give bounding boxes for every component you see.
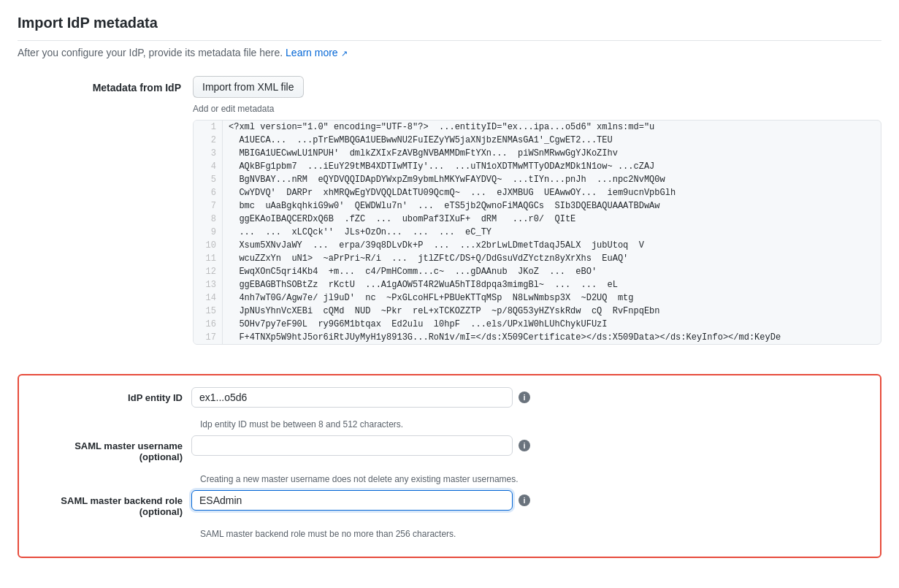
xml-line: 17 F+4TNXp5W9htJ5or6iRtJUyMyH1y8913G...R… (194, 331, 881, 344)
line-content: BgNVBAY...nRM eQYDVQQIDApDYWxpZm9ybmLhMK… (223, 173, 881, 186)
line-content: JpNUsYhnVcXEBi cQMd NUD ~Pkr reL+xTCKOZZ… (223, 305, 881, 318)
line-content: Xsum5XNvJaWY ... erpa/39q8DLvDk+P ... ..… (223, 239, 881, 252)
line-content: A1UECA... ...pTrEwMBQGA1UEBwwNU2FuIEZyYW… (223, 134, 881, 147)
xml-line: 13 ggEBAGBThSOBtZz rKctU ...A1gAOW5T4R2W… (194, 278, 881, 291)
idp-entity-id-input-group: i (191, 387, 868, 408)
saml-backend-role-label: SAML master backend role (optional) (31, 490, 191, 517)
saml-backend-role-input-group: i (191, 490, 868, 511)
metadata-content: Import from XML file Add or edit metadat… (193, 76, 881, 362)
line-number: 17 (194, 331, 223, 344)
line-content: ... ... xLCQck'' JLs+OzOn... ... ... eC_… (223, 226, 881, 239)
idp-entity-id-input[interactable] (191, 387, 513, 408)
saml-username-group: SAML master username (optional) i Creati… (31, 435, 868, 484)
line-number: 7 (194, 199, 223, 213)
xml-line: 6 CwYDVQ' DARPr xhMRQwEgYDVQQLDAtTU09Qcm… (194, 186, 881, 199)
add-edit-hint: Add or edit metadata (193, 104, 881, 114)
xml-content: 1<?xml version="1.0" encoding="UTF-8"?> … (194, 121, 881, 344)
saml-backend-role-info-icon[interactable]: i (519, 495, 530, 506)
line-number: 13 (194, 278, 223, 291)
xml-line: 14 4nh7wT0G/Agw7e/ jl9uD' nc ~PxGLcoHFL+… (194, 291, 881, 305)
saml-username-label: SAML master username (optional) (31, 435, 191, 462)
saml-username-row: SAML master username (optional) i (31, 435, 868, 462)
line-number: 6 (194, 186, 223, 199)
learn-more-link[interactable]: Learn more (286, 47, 338, 58)
xml-line: 15 JpNUsYhnVcXEBi cQMd NUD ~Pkr reL+xTCK… (194, 305, 881, 318)
xml-line: 16 5OHv7py7eF90L ry9G6M1btqax Ed2ulu l0h… (194, 318, 881, 331)
line-number: 16 (194, 318, 223, 331)
saml-username-hint: Creating a new master username does not … (200, 474, 868, 484)
line-content: MBIGA1UECwwLU1NPUH' dmlkZXIxFzAVBgNVBAMM… (223, 147, 881, 160)
line-content: ggEKAoIBAQCERDxQ6B .fZC ... ubomPaf3IXuF… (223, 213, 881, 226)
metadata-label: Metadata from IdP (18, 76, 193, 93)
line-content: CwYDVQ' DARPr xhMRQwEgYDVQQLDAtTU09QcmQ~… (223, 186, 881, 199)
line-content: ggEBAGBThSOBtZz rKctU ...A1gAOW5T4R2WuA5… (223, 278, 881, 291)
xml-line: 11 wcuZZxYn uN1> ~aPrPri~R/i ... jtlZFtC… (194, 252, 881, 265)
line-content: AQkBFg1pbm7 ...iEuY29tMB4XDTIwMTIy'... .… (223, 160, 881, 173)
saml-username-input[interactable] (191, 435, 513, 456)
xml-line: 10 Xsum5XNvJaWY ... erpa/39q8DLvDk+P ...… (194, 239, 881, 252)
line-content: 4nh7wT0G/Agw7e/ jl9uD' nc ~PxGLcoHFL+PBU… (223, 291, 881, 305)
line-content: <?xml version="1.0" encoding="UTF-8"?> .… (223, 121, 881, 134)
line-number: 8 (194, 213, 223, 226)
saml-backend-role-row: SAML master backend role (optional) i (31, 490, 868, 517)
xml-line: 9 ... ... xLCQck'' JLs+OzOn... ... ... e… (194, 226, 881, 239)
line-number: 11 (194, 252, 223, 265)
xml-line: 2 A1UECA... ...pTrEwMBQGA1UEBwwNU2FuIEZy… (194, 134, 881, 147)
saml-backend-role-input[interactable] (191, 490, 513, 511)
xml-scroll[interactable]: 1<?xml version="1.0" encoding="UTF-8"?> … (194, 121, 881, 344)
page-title: Import IdP metadata (18, 15, 881, 41)
line-number: 9 (194, 226, 223, 239)
idp-entity-id-hint: Idp entity ID must be between 8 and 512 … (200, 419, 868, 429)
line-number: 10 (194, 239, 223, 252)
xml-line: 3 MBIGA1UECwwLU1NPUH' dmlkZXIxFzAVBgNVBA… (194, 147, 881, 160)
external-link-icon: ↗ (341, 49, 348, 58)
xml-line: 7 bmc uAaBgkqhkiG9w0' QEWDWlu7n' ... eTS… (194, 199, 881, 213)
idp-entity-id-group: IdP entity ID i Idp entity ID must be be… (31, 387, 868, 429)
saml-backend-role-hint: SAML master backend role must be no more… (200, 529, 868, 539)
xml-line: 1<?xml version="1.0" encoding="UTF-8"?> … (194, 121, 881, 134)
idp-entity-id-label: IdP entity ID (31, 387, 191, 403)
line-number: 2 (194, 134, 223, 147)
import-xml-button[interactable]: Import from XML file (193, 76, 304, 98)
line-number: 5 (194, 173, 223, 186)
page-subtitle: After you configure your IdP, provide it… (18, 47, 881, 58)
line-number: 4 (194, 160, 223, 173)
saml-username-info-icon[interactable]: i (519, 440, 530, 451)
xml-viewer: 1<?xml version="1.0" encoding="UTF-8"?> … (193, 120, 881, 345)
xml-line: 4 AQkBFg1pbm7 ...iEuY29tMB4XDTIwMTIy'...… (194, 160, 881, 173)
saml-backend-role-group: SAML master backend role (optional) i SA… (31, 490, 868, 539)
line-number: 12 (194, 265, 223, 278)
line-content: wcuZZxYn uN1> ~aPrPri~R/i ... jtlZFtC/DS… (223, 252, 881, 265)
idp-entity-id-info-icon[interactable]: i (519, 392, 530, 403)
line-content: 5OHv7py7eF90L ry9G6M1btqax Ed2ulu l0hpF … (223, 318, 881, 331)
xml-line: 8 ggEKAoIBAQCERDxQ6B .fZC ... ubomPaf3IX… (194, 213, 881, 226)
line-content: bmc uAaBgkqhkiG9w0' QEWDWlu7n' ... eTS5j… (223, 199, 881, 213)
line-number: 3 (194, 147, 223, 160)
highlighted-fields-section: IdP entity ID i Idp entity ID must be be… (18, 374, 881, 558)
line-number: 15 (194, 305, 223, 318)
line-number: 14 (194, 291, 223, 305)
idp-entity-id-row: IdP entity ID i (31, 387, 868, 408)
xml-line: 12 EwqXOnC5qri4Kb4 +m... c4/PmHComm...c~… (194, 265, 881, 278)
line-number: 1 (194, 121, 223, 134)
line-content: F+4TNXp5W9htJ5or6iRtJUyMyH1y8913G...RoN1… (223, 331, 881, 344)
line-content: EwqXOnC5qri4Kb4 +m... c4/PmHComm...c~ ..… (223, 265, 881, 278)
metadata-row: Metadata from IdP Import from XML file A… (18, 76, 881, 362)
saml-username-input-group: i (191, 435, 868, 456)
xml-line: 5 BgNVBAY...nRM eQYDVQQIDApDYWxpZm9ybmLh… (194, 173, 881, 186)
